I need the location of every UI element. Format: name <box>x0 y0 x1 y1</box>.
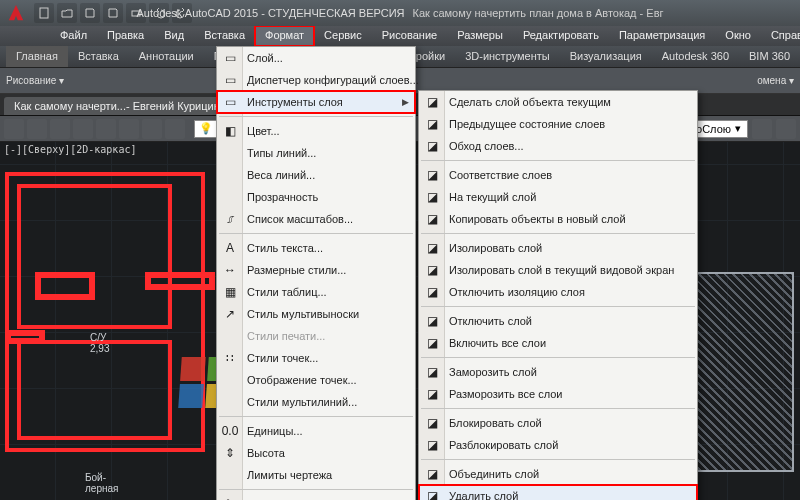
menu-item-label: Сделать слой объекта текущим <box>449 96 611 108</box>
menu-item-icon: ▭ <box>220 70 240 90</box>
tool-icon[interactable] <box>50 119 70 139</box>
menu-item-label: Единицы... <box>247 425 303 437</box>
menu-item[interactable]: ◪Разблокировать слой <box>419 434 697 456</box>
menu-item[interactable]: ◪Обход слоев... <box>419 135 697 157</box>
ribbon-tab[interactable]: BIM 360 <box>739 46 800 67</box>
ribbon-tab[interactable]: Аннотации <box>129 46 204 67</box>
menu-item-label: Стили точек... <box>247 352 318 364</box>
menu-item[interactable]: ⎎Список масштабов... <box>217 208 415 230</box>
menu-правка[interactable]: Правка <box>97 26 154 46</box>
menu-item[interactable]: ◪Копировать объекты в новый слой <box>419 208 697 230</box>
menu-item[interactable]: ◪Предыдущее состояние слоев <box>419 113 697 135</box>
menu-item-icon <box>220 370 240 390</box>
menu-item[interactable]: AСтиль текста... <box>217 237 415 259</box>
menu-item-icon <box>220 326 240 346</box>
menu-параметризация[interactable]: Параметризация <box>609 26 715 46</box>
qat-saveas-icon[interactable] <box>103 3 123 23</box>
menu-item-label: Стиль мультивыноски <box>247 308 359 320</box>
menu-item[interactable]: Прозрачность <box>217 186 415 208</box>
menu-item[interactable]: ▦Стили таблиц... <box>217 281 415 303</box>
ribbon-tab[interactable]: Главная <box>6 46 68 67</box>
document-tab[interactable]: Как самому начерти...- Евгений Курицин* … <box>4 97 246 115</box>
menu-item-icon: A <box>220 238 240 258</box>
menu-separator <box>421 357 695 358</box>
menu-item-label: Включить все слои <box>449 337 546 349</box>
menu-item-icon: ◪ <box>422 282 442 302</box>
menu-item-label: Отображение точек... <box>247 374 357 386</box>
menu-item[interactable]: ↗Стиль мультивыноски <box>217 303 415 325</box>
tool-icon[interactable] <box>165 119 185 139</box>
menu-item[interactable]: ⇕Высота <box>217 442 415 464</box>
menu-item[interactable]: ◪Соответствие слоев <box>419 164 697 186</box>
menu-item[interactable]: ◪Заморозить слой <box>419 361 697 383</box>
menu-item[interactable]: Стили мультилиний... <box>217 391 415 413</box>
menu-separator <box>421 233 695 234</box>
menu-справка[interactable]: Справка <box>761 26 800 46</box>
menu-item[interactable]: Лимиты чертежа <box>217 464 415 486</box>
menu-item[interactable]: ↔Размерные стили... <box>217 259 415 281</box>
menu-item[interactable]: ◪Блокировать слой <box>419 412 697 434</box>
menu-item[interactable]: ◪Включить все слои <box>419 332 697 354</box>
tool-icon[interactable] <box>119 119 139 139</box>
menu-item-label: На текущий слой <box>449 191 536 203</box>
menu-item-label: Изолировать слой <box>449 242 542 254</box>
menu-item[interactable]: Веса линий... <box>217 164 415 186</box>
ribbon-tab[interactable]: 3D-инструменты <box>455 46 560 67</box>
menu-item[interactable]: ◪На текущий слой <box>419 186 697 208</box>
menu-item-label: Предыдущее состояние слоев <box>449 118 605 130</box>
menu-item[interactable]: ◪Объединить слой <box>419 463 697 485</box>
ribbon-tab[interactable]: Autodesk 360 <box>652 46 739 67</box>
menu-файл[interactable]: Файл <box>50 26 97 46</box>
menu-item-label: Прозрачность <box>247 191 318 203</box>
menu-окно[interactable]: Окно <box>715 26 761 46</box>
menu-item[interactable]: ▭Диспетчер конфигураций слоев... <box>217 69 415 91</box>
viewport-label[interactable]: [-][Сверху][2D-каркас] <box>4 144 136 155</box>
menu-вставка[interactable]: Вставка <box>194 26 255 46</box>
tool-icon[interactable] <box>776 119 796 139</box>
tool-icon[interactable] <box>142 119 162 139</box>
qat-new-icon[interactable] <box>34 3 54 23</box>
panel-right-label[interactable]: омена ▾ <box>757 75 794 86</box>
app-logo-icon[interactable] <box>4 1 28 25</box>
menu-item[interactable]: ◪Сделать слой объекта текущим <box>419 91 697 113</box>
menu-item-icon: ◪ <box>422 165 442 185</box>
menu-item[interactable]: ✎Переименовать... <box>217 493 415 500</box>
menu-item[interactable]: ◧Цвет... <box>217 120 415 142</box>
menu-сервис[interactable]: Сервис <box>314 26 372 46</box>
layer-tools-submenu: ◪Сделать слой объекта текущим◪Предыдущее… <box>418 90 698 500</box>
menu-рисование[interactable]: Рисование <box>372 26 447 46</box>
menu-item[interactable]: ◪Отключить изоляцию слоя <box>419 281 697 303</box>
menu-вид[interactable]: Вид <box>154 26 194 46</box>
panel-draw-label[interactable]: Рисование ▾ <box>6 75 64 86</box>
menu-item[interactable]: ▭Слой... <box>217 47 415 69</box>
ribbon-tab[interactable]: Вставка <box>68 46 129 67</box>
qat-open-icon[interactable] <box>57 3 77 23</box>
menu-item[interactable]: Отображение точек... <box>217 369 415 391</box>
menu-item-label: Стиль текста... <box>247 242 323 254</box>
menu-item[interactable]: ▭Инструменты слоя▶ <box>217 91 415 113</box>
menu-item[interactable]: ∷Стили точек... <box>217 347 415 369</box>
ribbon-tab[interactable]: Визуализация <box>560 46 652 67</box>
room-label-su: С/У 2,93 <box>90 332 109 354</box>
menu-separator <box>219 489 413 490</box>
menu-размеры[interactable]: Размеры <box>447 26 513 46</box>
menu-редактировать[interactable]: Редактировать <box>513 26 609 46</box>
menu-item-label: Разморозить все слои <box>449 388 563 400</box>
qat-save-icon[interactable] <box>80 3 100 23</box>
menu-item[interactable]: Типы линий... <box>217 142 415 164</box>
tool-icon[interactable] <box>27 119 47 139</box>
menu-item[interactable]: ◪Отключить слой <box>419 310 697 332</box>
tool-icon[interactable] <box>752 119 772 139</box>
menu-item-icon: ◪ <box>422 238 442 258</box>
menu-формат[interactable]: Формат <box>255 26 314 46</box>
menu-item[interactable]: ◪Разморозить все слои <box>419 383 697 405</box>
menu-item[interactable]: ◪Изолировать слой <box>419 237 697 259</box>
menu-item[interactable]: ◪Изолировать слой в текущий видовой экра… <box>419 259 697 281</box>
tool-icon[interactable] <box>4 119 24 139</box>
menu-item-icon: ◪ <box>422 260 442 280</box>
menu-item[interactable]: 0.0Единицы... <box>217 420 415 442</box>
tool-icon[interactable] <box>96 119 116 139</box>
menu-item-label: Заморозить слой <box>449 366 537 378</box>
tool-icon[interactable] <box>73 119 93 139</box>
menu-item[interactable]: ◪Удалить слой <box>419 485 697 500</box>
